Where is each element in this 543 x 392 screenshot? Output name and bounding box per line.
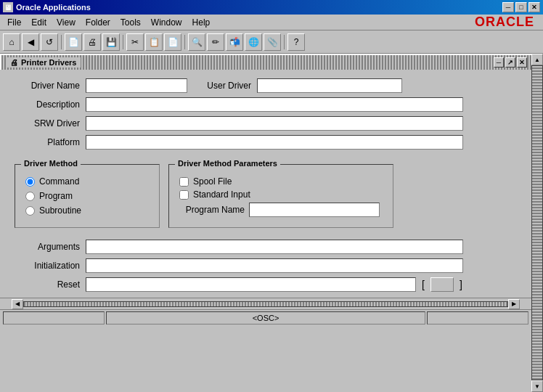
driver-method-title: Driver Method xyxy=(21,159,81,168)
menu-bar: File Edit View Folder Tools Window Help … xyxy=(0,15,543,30)
app-title: Oracle Applications xyxy=(16,3,91,12)
toolbar-print-btn[interactable]: 🖨 xyxy=(83,33,101,51)
toolbar-back-btn[interactable]: ◀ xyxy=(22,33,39,51)
driver-name-label: Driver Name xyxy=(15,81,80,91)
v-scroll-track[interactable] xyxy=(531,65,543,380)
bottom-fields: Arguments Initialization Reset [ ] xyxy=(0,234,531,298)
radio-program-label: Program xyxy=(39,191,73,201)
standard-input-checkbox[interactable] xyxy=(179,190,189,200)
toolbar-help-btn[interactable]: ? xyxy=(287,33,305,51)
close-button[interactable]: ✕ xyxy=(528,2,540,12)
scroll-up-btn[interactable]: ▲ xyxy=(531,54,543,65)
minimize-button[interactable]: ─ xyxy=(502,2,514,12)
radio-subroutine[interactable] xyxy=(25,206,35,216)
toolbar-sep-1 xyxy=(61,35,62,49)
content-main: 🖨 Printer Drivers ─ ↗ ✕ Driver Name User… xyxy=(0,54,531,392)
menu-window[interactable]: Window xyxy=(147,16,187,29)
oracle-logo: ORACLE xyxy=(475,15,540,30)
menu-help[interactable]: Help xyxy=(188,16,215,29)
driver-method-group: Driver Method Command Program Subroutine xyxy=(15,164,160,228)
toolbar: ⌂ ◀ ↺ 📄 🖨 💾 ✂ 📋 📄 🔍 ✏ 📬 🌐 📎 ? xyxy=(0,30,543,54)
toolbar-sep-3 xyxy=(184,35,185,49)
arguments-label: Arguments xyxy=(15,242,80,252)
srw-driver-row: SRW Driver xyxy=(15,116,517,131)
scroll-track[interactable] xyxy=(23,301,508,307)
title-bar: 🖥 Oracle Applications ─ □ ✕ xyxy=(0,0,543,15)
toolbar-sep-2 xyxy=(123,35,123,49)
standard-input-label: Standard Input xyxy=(193,189,250,200)
maximize-button[interactable]: □ xyxy=(515,2,527,12)
menu-folder[interactable]: Folder xyxy=(81,16,115,29)
scroll-right-btn[interactable]: ▶ xyxy=(508,299,520,309)
initialization-label: Initialization xyxy=(15,261,80,271)
radio-command[interactable] xyxy=(25,177,35,187)
sub-restore-btn[interactable]: ↗ xyxy=(505,57,515,68)
sub-minimize-btn[interactable]: ─ xyxy=(494,57,504,68)
form-area: Driver Name User Driver Description SRW … xyxy=(0,70,531,158)
driver-params-title: Driver Method Parameters xyxy=(175,159,280,168)
toolbar-find-btn[interactable]: 🔍 xyxy=(188,33,205,51)
toolbar-cut-btn[interactable]: ✂ xyxy=(126,33,144,51)
driver-name-row: Driver Name User Driver xyxy=(15,78,517,93)
reset-row: Reset [ ] xyxy=(15,277,517,292)
menu-file[interactable]: File xyxy=(3,16,25,29)
program-name-row: Program Name xyxy=(179,203,383,217)
toolbar-sep-4 xyxy=(284,35,285,49)
menu-edit[interactable]: Edit xyxy=(27,16,51,29)
status-right-panel xyxy=(427,311,528,324)
reset-input[interactable] xyxy=(86,277,416,292)
reset-button[interactable] xyxy=(430,277,454,292)
program-name-input[interactable] xyxy=(249,203,380,217)
platform-input[interactable] xyxy=(86,135,463,150)
menu-tools[interactable]: Tools xyxy=(116,16,145,29)
program-name-label: Program Name xyxy=(179,205,245,215)
radio-program-row: Program xyxy=(25,191,149,201)
scroll-left-btn[interactable]: ◀ xyxy=(12,299,23,309)
initialization-input[interactable] xyxy=(86,258,463,273)
radio-program[interactable] xyxy=(25,192,35,201)
reset-label: Reset xyxy=(15,279,80,290)
toolbar-new-btn[interactable]: 📄 xyxy=(65,33,82,51)
platform-label: Platform xyxy=(15,137,80,147)
spool-file-label: Spool File xyxy=(193,176,232,187)
sub-close-btn[interactable]: ✕ xyxy=(517,57,527,68)
toolbar-paste-btn[interactable]: 📄 xyxy=(164,33,181,51)
reset-bracket-open: [ xyxy=(422,279,425,290)
srw-driver-label: SRW Driver xyxy=(15,118,80,128)
toolbar-web-btn[interactable]: 🌐 xyxy=(245,33,262,51)
spool-file-checkbox[interactable] xyxy=(179,177,189,187)
description-label: Description xyxy=(15,99,80,110)
radio-subroutine-row: Subroutine xyxy=(25,205,149,216)
standard-input-row: Standard Input xyxy=(179,189,383,200)
toolbar-refresh-btn[interactable]: ↺ xyxy=(41,33,58,51)
toolbar-mail-btn[interactable]: 📬 xyxy=(226,33,243,51)
spool-file-row: Spool File xyxy=(179,176,383,187)
sub-window-title: Printer Drivers xyxy=(21,58,76,67)
menu-view[interactable]: View xyxy=(52,16,80,29)
toolbar-home-btn[interactable]: ⌂ xyxy=(3,33,20,51)
sub-window-title-bar: 🖨 Printer Drivers ─ ↗ ✕ xyxy=(0,54,531,70)
arguments-input[interactable] xyxy=(86,240,463,254)
content-wrapper: 🖨 Printer Drivers ─ ↗ ✕ Driver Name User… xyxy=(0,54,543,392)
h-scrollbar: ◀ ▶ xyxy=(0,298,531,309)
toolbar-edit-btn[interactable]: ✏ xyxy=(207,33,224,51)
radio-command-row: Command xyxy=(25,176,149,187)
user-driver-input[interactable] xyxy=(257,78,402,93)
arguments-row: Arguments xyxy=(15,240,517,254)
toolbar-save-btn[interactable]: 💾 xyxy=(102,33,120,51)
status-left-panel xyxy=(3,311,105,324)
v-scrollbar: ▲ ▼ xyxy=(531,54,543,392)
description-row: Description xyxy=(15,97,517,112)
driver-name-input[interactable] xyxy=(86,78,187,93)
sub-window-icon: 🖨 xyxy=(10,58,18,67)
toolbar-attach-btn[interactable]: 📎 xyxy=(264,33,281,51)
user-driver-label: User Driver xyxy=(193,81,251,91)
reset-bracket-close: ] xyxy=(460,279,462,290)
driver-params-group: Driver Method Parameters Spool File Stan… xyxy=(168,164,393,228)
toolbar-copy-btn[interactable]: 📋 xyxy=(145,33,163,51)
radio-command-label: Command xyxy=(39,176,79,187)
srw-driver-input[interactable] xyxy=(86,116,463,131)
scroll-down-btn[interactable]: ▼ xyxy=(531,380,543,392)
status-center-panel: <OSC> xyxy=(106,311,425,324)
description-input[interactable] xyxy=(86,97,463,112)
